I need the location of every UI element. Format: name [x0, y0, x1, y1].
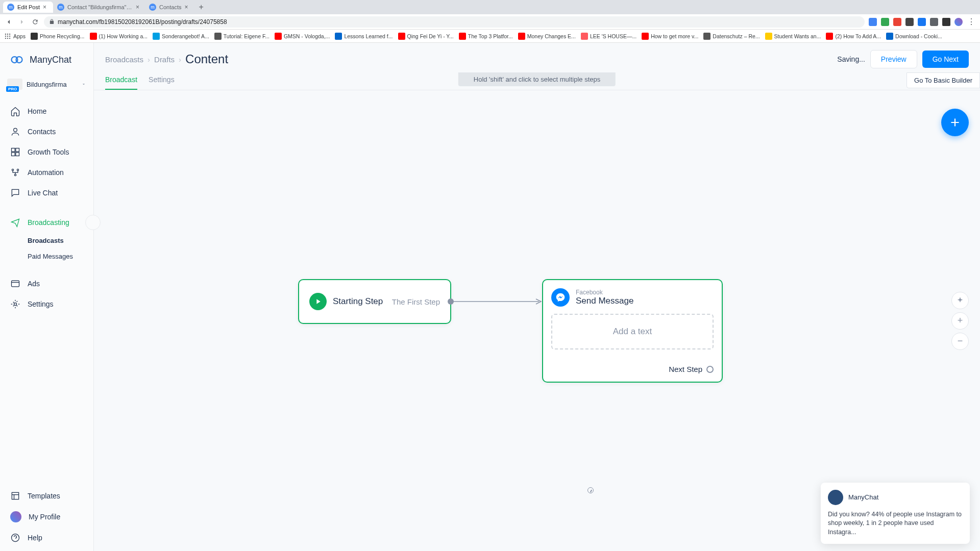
nav-label: Contacts	[28, 128, 56, 136]
workspace-selector[interactable]: PRO Bildungsfirma	[0, 74, 93, 97]
bookmark-favicon-icon	[214, 33, 222, 40]
svg-point-5	[9, 35, 10, 36]
bookmark-item[interactable]: How to get more v...	[642, 33, 698, 40]
svg-point-22	[12, 534, 19, 542]
new-tab-button[interactable]: +	[194, 3, 207, 12]
bookmark-item[interactable]: The Top 3 Platfor...	[459, 33, 513, 40]
sidebar-nav: Home Contacts Growth Tools Automation Li…	[0, 97, 93, 551]
avatar-icon	[10, 511, 21, 522]
bookmark-item[interactable]: Qing Fei De Yi - Y...	[398, 33, 454, 40]
pointer-icon	[587, 487, 594, 493]
flow-icon	[10, 167, 20, 178]
bookmark-favicon-icon	[459, 33, 466, 40]
bookmark-item[interactable]: Phone Recycling...	[31, 33, 85, 40]
manychat-logo-icon	[9, 52, 24, 67]
sidebar-item-home[interactable]: Home	[0, 101, 93, 121]
bookmark-favicon-icon	[642, 33, 649, 40]
go-next-button[interactable]: Go Next	[922, 51, 969, 68]
flow-canvas[interactable]: + − Starting Step The First Step	[94, 90, 980, 551]
bookmark-item[interactable]: Sonderangebot! A...	[153, 33, 209, 40]
bookmark-item[interactable]: (2) How To Add A...	[826, 33, 881, 40]
extension-icon[interactable]	[905, 18, 914, 26]
bookmark-item[interactable]: Money Changes E...	[518, 33, 576, 40]
sidebar-item-templates[interactable]: Templates	[0, 486, 93, 506]
extension-icon[interactable]	[893, 18, 901, 26]
sidebar-item-contacts[interactable]: Contacts	[0, 121, 93, 142]
basic-builder-link[interactable]: Go To Basic Builder	[906, 72, 980, 88]
output-port[interactable]	[448, 298, 454, 305]
preview-button[interactable]: Preview	[870, 50, 917, 68]
logo[interactable]: ManyChat	[0, 43, 93, 74]
apps-icon	[4, 33, 11, 40]
template-icon	[10, 491, 20, 501]
grid-icon	[10, 147, 20, 157]
bookmark-item[interactable]: Tutorial: Eigene F...	[214, 33, 270, 40]
sidebar-item-settings[interactable]: Settings	[0, 294, 93, 314]
profile-avatar-icon[interactable]	[954, 18, 963, 26]
nav-label: Ads	[28, 280, 40, 288]
sidebar-item-help[interactable]: Help	[0, 528, 93, 551]
reload-button[interactable]	[31, 17, 40, 27]
extension-icon[interactable]	[930, 18, 938, 26]
nav-label: Settings	[28, 300, 54, 308]
tab-title: Contacts	[159, 4, 181, 10]
zoom-out-button[interactable]: −	[951, 333, 969, 350]
extension-icon[interactable]	[918, 18, 926, 26]
fit-view-button[interactable]	[951, 292, 969, 309]
sidebar-item-profile[interactable]: My Profile	[0, 506, 93, 528]
zoom-controls: + −	[951, 292, 969, 350]
sidebar-item-growth[interactable]: Growth Tools	[0, 142, 93, 162]
subnav-broadcasts[interactable]: Broadcasts	[28, 233, 93, 248]
extension-icon[interactable]	[869, 18, 877, 26]
send-message-node[interactable]: Facebook Send Message Add a text Next St…	[542, 279, 723, 383]
sidebar-item-broadcasting[interactable]: Broadcasting	[0, 212, 93, 233]
bookmark-item[interactable]: (1) How Working a...	[90, 33, 148, 40]
bookmark-item[interactable]: LEE 'S HOUSE—...	[581, 33, 636, 40]
svg-point-2	[9, 33, 10, 34]
subnav-paid-messages[interactable]: Paid Messages	[28, 248, 93, 264]
browser-tab[interactable]: m Edit Post ×	[3, 2, 53, 13]
starting-step-node[interactable]: Starting Step The First Step	[298, 279, 451, 324]
sidebar-item-livechat[interactable]: Live Chat	[0, 183, 93, 203]
forward-button[interactable]	[17, 17, 27, 27]
menu-icon[interactable]: ⋮	[967, 17, 976, 27]
hint-bar: Hold 'shift' and click to select multipl…	[458, 72, 616, 86]
back-button[interactable]	[4, 17, 13, 27]
sidebar-item-automation[interactable]: Automation	[0, 162, 93, 183]
close-icon[interactable]: ×	[43, 4, 49, 11]
tab-broadcast[interactable]: Broadcast	[105, 76, 137, 90]
bookmark-item[interactable]: Student Wants an...	[765, 33, 821, 40]
nav-label: Growth Tools	[28, 148, 69, 156]
url-bar[interactable]: manychat.com/fb198150208192061B/posting/…	[44, 16, 865, 28]
bookmark-item[interactable]: Lessons Learned f...	[335, 33, 393, 40]
browser-tab[interactable]: m Contact "Bildungsfirma" throu... ×	[53, 2, 145, 13]
bookmark-favicon-icon	[826, 33, 833, 40]
chevron-down-icon	[81, 80, 86, 89]
chat-widget[interactable]: ManyChat Did you know? 44% of people use…	[821, 483, 970, 544]
bookmark-apps[interactable]: Apps	[4, 33, 26, 40]
tab-settings[interactable]: Settings	[149, 76, 175, 90]
extension-icon[interactable]	[881, 18, 889, 26]
add-step-button[interactable]	[941, 109, 969, 136]
topbar: Broadcasts › Drafts › Content Saving... …	[94, 43, 980, 68]
svg-rect-15	[16, 153, 19, 156]
bookmark-item[interactable]: GMSN - Vologda,...	[275, 33, 330, 40]
sidebar-item-ads[interactable]: Ads	[0, 273, 93, 294]
bookmark-item[interactable]: Download - Cooki...	[886, 33, 942, 40]
browser-tab[interactable]: m Contacts ×	[145, 2, 194, 13]
close-icon[interactable]: ×	[184, 4, 190, 11]
output-port[interactable]	[706, 366, 714, 373]
bookmark-item[interactable]: Datenschutz – Re...	[703, 33, 760, 40]
breadcrumb-item[interactable]: Broadcasts	[105, 55, 143, 64]
favicon-icon: m	[149, 4, 156, 11]
svg-point-4	[7, 35, 8, 36]
extension-icon[interactable]	[942, 18, 950, 26]
zoom-in-button[interactable]: +	[951, 312, 969, 330]
next-step-row: Next Step	[551, 365, 714, 373]
add-text-placeholder[interactable]: Add a text	[551, 314, 714, 349]
bookmark-favicon-icon	[335, 33, 342, 40]
help-icon	[10, 533, 20, 543]
close-icon[interactable]: ×	[136, 4, 141, 11]
next-step-label: Next Step	[669, 365, 702, 373]
breadcrumb-item[interactable]: Drafts	[154, 55, 175, 64]
